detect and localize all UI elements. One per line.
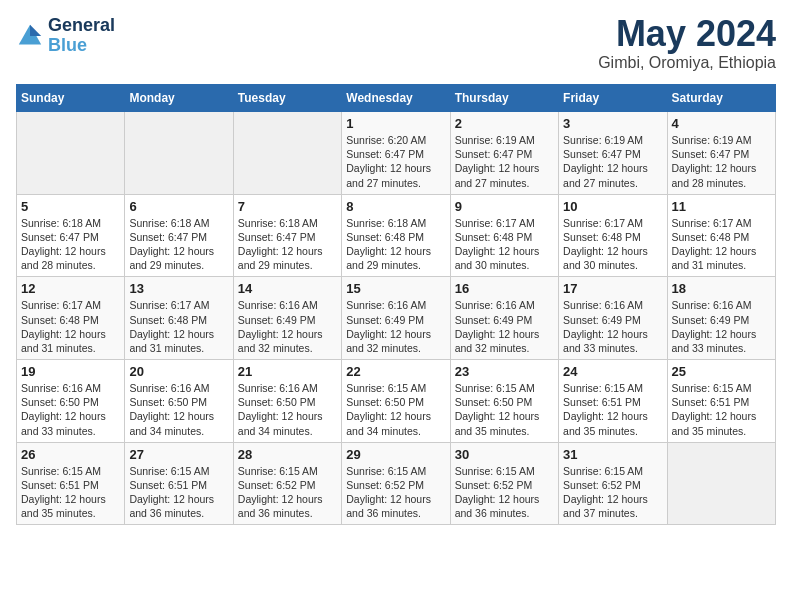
day-number: 30 (455, 447, 554, 462)
day-info: Sunrise: 6:20 AM Sunset: 6:47 PM Dayligh… (346, 133, 445, 190)
week-row-4: 19Sunrise: 6:16 AM Sunset: 6:50 PM Dayli… (17, 360, 776, 443)
day-number: 4 (672, 116, 771, 131)
day-cell: 5Sunrise: 6:18 AM Sunset: 6:47 PM Daylig… (17, 194, 125, 277)
day-info: Sunrise: 6:16 AM Sunset: 6:50 PM Dayligh… (238, 381, 337, 438)
logo-icon (16, 22, 44, 50)
day-number: 9 (455, 199, 554, 214)
day-info: Sunrise: 6:17 AM Sunset: 6:48 PM Dayligh… (455, 216, 554, 273)
day-info: Sunrise: 6:16 AM Sunset: 6:50 PM Dayligh… (129, 381, 228, 438)
col-header-wednesday: Wednesday (342, 85, 450, 112)
week-row-1: 1Sunrise: 6:20 AM Sunset: 6:47 PM Daylig… (17, 112, 776, 195)
day-number: 12 (21, 281, 120, 296)
day-number: 18 (672, 281, 771, 296)
day-info: Sunrise: 6:19 AM Sunset: 6:47 PM Dayligh… (455, 133, 554, 190)
day-info: Sunrise: 6:18 AM Sunset: 6:48 PM Dayligh… (346, 216, 445, 273)
day-cell: 12Sunrise: 6:17 AM Sunset: 6:48 PM Dayli… (17, 277, 125, 360)
col-header-thursday: Thursday (450, 85, 558, 112)
day-cell: 6Sunrise: 6:18 AM Sunset: 6:47 PM Daylig… (125, 194, 233, 277)
day-number: 6 (129, 199, 228, 214)
day-number: 27 (129, 447, 228, 462)
day-cell: 10Sunrise: 6:17 AM Sunset: 6:48 PM Dayli… (559, 194, 667, 277)
day-info: Sunrise: 6:15 AM Sunset: 6:52 PM Dayligh… (563, 464, 662, 521)
page-header: General Blue May 2024 Gimbi, Oromiya, Et… (16, 16, 776, 72)
day-cell: 3Sunrise: 6:19 AM Sunset: 6:47 PM Daylig… (559, 112, 667, 195)
day-number: 15 (346, 281, 445, 296)
day-info: Sunrise: 6:18 AM Sunset: 6:47 PM Dayligh… (21, 216, 120, 273)
day-info: Sunrise: 6:15 AM Sunset: 6:51 PM Dayligh… (672, 381, 771, 438)
day-info: Sunrise: 6:18 AM Sunset: 6:47 PM Dayligh… (238, 216, 337, 273)
day-cell: 9Sunrise: 6:17 AM Sunset: 6:48 PM Daylig… (450, 194, 558, 277)
day-number: 29 (346, 447, 445, 462)
day-info: Sunrise: 6:15 AM Sunset: 6:51 PM Dayligh… (563, 381, 662, 438)
col-header-tuesday: Tuesday (233, 85, 341, 112)
week-row-5: 26Sunrise: 6:15 AM Sunset: 6:51 PM Dayli… (17, 442, 776, 525)
col-header-saturday: Saturday (667, 85, 775, 112)
day-number: 2 (455, 116, 554, 131)
day-cell: 21Sunrise: 6:16 AM Sunset: 6:50 PM Dayli… (233, 360, 341, 443)
day-cell (233, 112, 341, 195)
day-number: 25 (672, 364, 771, 379)
day-info: Sunrise: 6:15 AM Sunset: 6:52 PM Dayligh… (238, 464, 337, 521)
day-info: Sunrise: 6:17 AM Sunset: 6:48 PM Dayligh… (563, 216, 662, 273)
day-cell (17, 112, 125, 195)
calendar-table: SundayMondayTuesdayWednesdayThursdayFrid… (16, 84, 776, 525)
day-info: Sunrise: 6:16 AM Sunset: 6:49 PM Dayligh… (455, 298, 554, 355)
day-number: 7 (238, 199, 337, 214)
col-header-sunday: Sunday (17, 85, 125, 112)
day-info: Sunrise: 6:16 AM Sunset: 6:49 PM Dayligh… (238, 298, 337, 355)
day-cell: 25Sunrise: 6:15 AM Sunset: 6:51 PM Dayli… (667, 360, 775, 443)
location: Gimbi, Oromiya, Ethiopia (598, 54, 776, 72)
day-cell: 4Sunrise: 6:19 AM Sunset: 6:47 PM Daylig… (667, 112, 775, 195)
day-number: 3 (563, 116, 662, 131)
day-cell: 28Sunrise: 6:15 AM Sunset: 6:52 PM Dayli… (233, 442, 341, 525)
day-info: Sunrise: 6:15 AM Sunset: 6:52 PM Dayligh… (455, 464, 554, 521)
day-number: 31 (563, 447, 662, 462)
header-row: SundayMondayTuesdayWednesdayThursdayFrid… (17, 85, 776, 112)
day-cell: 22Sunrise: 6:15 AM Sunset: 6:50 PM Dayli… (342, 360, 450, 443)
day-cell: 7Sunrise: 6:18 AM Sunset: 6:47 PM Daylig… (233, 194, 341, 277)
month-year: May 2024 (598, 16, 776, 52)
day-cell (125, 112, 233, 195)
week-row-2: 5Sunrise: 6:18 AM Sunset: 6:47 PM Daylig… (17, 194, 776, 277)
day-cell: 19Sunrise: 6:16 AM Sunset: 6:50 PM Dayli… (17, 360, 125, 443)
col-header-friday: Friday (559, 85, 667, 112)
day-number: 10 (563, 199, 662, 214)
logo-text: General Blue (48, 16, 115, 56)
day-cell: 26Sunrise: 6:15 AM Sunset: 6:51 PM Dayli… (17, 442, 125, 525)
day-info: Sunrise: 6:16 AM Sunset: 6:49 PM Dayligh… (563, 298, 662, 355)
day-cell: 27Sunrise: 6:15 AM Sunset: 6:51 PM Dayli… (125, 442, 233, 525)
day-number: 21 (238, 364, 337, 379)
day-cell: 30Sunrise: 6:15 AM Sunset: 6:52 PM Dayli… (450, 442, 558, 525)
day-cell: 2Sunrise: 6:19 AM Sunset: 6:47 PM Daylig… (450, 112, 558, 195)
day-cell: 18Sunrise: 6:16 AM Sunset: 6:49 PM Dayli… (667, 277, 775, 360)
day-number: 19 (21, 364, 120, 379)
day-number: 16 (455, 281, 554, 296)
day-info: Sunrise: 6:16 AM Sunset: 6:49 PM Dayligh… (346, 298, 445, 355)
logo: General Blue (16, 16, 115, 56)
day-cell: 16Sunrise: 6:16 AM Sunset: 6:49 PM Dayli… (450, 277, 558, 360)
day-number: 1 (346, 116, 445, 131)
day-number: 22 (346, 364, 445, 379)
week-row-3: 12Sunrise: 6:17 AM Sunset: 6:48 PM Dayli… (17, 277, 776, 360)
day-cell (667, 442, 775, 525)
day-number: 13 (129, 281, 228, 296)
day-info: Sunrise: 6:15 AM Sunset: 6:51 PM Dayligh… (21, 464, 120, 521)
day-cell: 1Sunrise: 6:20 AM Sunset: 6:47 PM Daylig… (342, 112, 450, 195)
day-cell: 11Sunrise: 6:17 AM Sunset: 6:48 PM Dayli… (667, 194, 775, 277)
day-cell: 23Sunrise: 6:15 AM Sunset: 6:50 PM Dayli… (450, 360, 558, 443)
day-info: Sunrise: 6:18 AM Sunset: 6:47 PM Dayligh… (129, 216, 228, 273)
day-info: Sunrise: 6:16 AM Sunset: 6:50 PM Dayligh… (21, 381, 120, 438)
day-info: Sunrise: 6:17 AM Sunset: 6:48 PM Dayligh… (672, 216, 771, 273)
day-number: 11 (672, 199, 771, 214)
day-cell: 24Sunrise: 6:15 AM Sunset: 6:51 PM Dayli… (559, 360, 667, 443)
day-number: 23 (455, 364, 554, 379)
day-info: Sunrise: 6:16 AM Sunset: 6:49 PM Dayligh… (672, 298, 771, 355)
day-info: Sunrise: 6:19 AM Sunset: 6:47 PM Dayligh… (672, 133, 771, 190)
day-cell: 29Sunrise: 6:15 AM Sunset: 6:52 PM Dayli… (342, 442, 450, 525)
day-info: Sunrise: 6:15 AM Sunset: 6:50 PM Dayligh… (346, 381, 445, 438)
title-block: May 2024 Gimbi, Oromiya, Ethiopia (598, 16, 776, 72)
day-cell: 20Sunrise: 6:16 AM Sunset: 6:50 PM Dayli… (125, 360, 233, 443)
day-number: 14 (238, 281, 337, 296)
day-info: Sunrise: 6:17 AM Sunset: 6:48 PM Dayligh… (21, 298, 120, 355)
day-number: 20 (129, 364, 228, 379)
